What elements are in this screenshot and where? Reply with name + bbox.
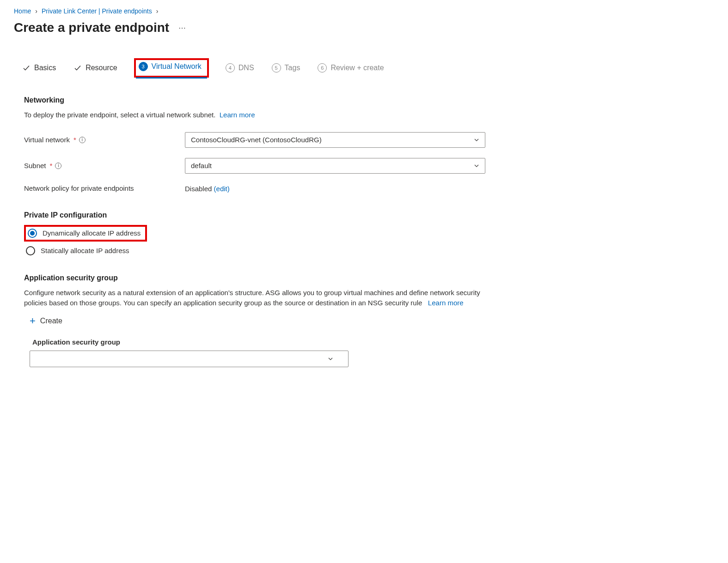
asg-sub-heading: Application security group	[32, 338, 504, 346]
chevron-down-icon	[473, 136, 480, 144]
tab-resource[interactable]: Resource	[73, 61, 118, 75]
networking-desc-text: To deploy the private endpoint, select a…	[24, 111, 215, 119]
tab-label: Review + create	[330, 64, 384, 72]
radio-icon	[28, 229, 37, 238]
policy-row: Network policy for private endpoints Dis…	[24, 184, 504, 193]
step-number-badge: 3	[139, 62, 148, 71]
subnet-label: Subnet * i	[24, 162, 181, 170]
asg-heading: Application security group	[24, 274, 504, 282]
asg-desc-text: Configure network security as a natural …	[24, 289, 480, 307]
step-number-badge: 4	[226, 63, 235, 73]
required-asterisk: *	[73, 136, 76, 144]
policy-value-text: Disabled	[185, 185, 212, 193]
info-icon[interactable]: i	[55, 163, 61, 169]
tab-tags[interactable]: 5 Tags	[271, 61, 301, 75]
vnet-label: Virtual network * i	[24, 136, 181, 144]
ipconfig-heading: Private IP configuration	[24, 211, 504, 219]
radio-label: Statically allocate IP address	[41, 247, 129, 254]
radio-label: Dynamically allocate IP address	[43, 229, 141, 237]
label-text: Network policy for private endpoints	[24, 184, 134, 192]
networking-learn-more-link[interactable]: Learn more	[220, 111, 255, 119]
page-title: Create a private endpoint	[14, 20, 169, 35]
label-text: Virtual network	[24, 136, 70, 144]
select-value: ContosoCloudRG-vnet (ContosoCloudRG)	[191, 136, 322, 144]
radio-icon	[26, 246, 35, 255]
breadcrumb-home[interactable]: Home	[14, 7, 31, 15]
more-actions-button[interactable]: ⋯	[178, 24, 187, 32]
asg-description: Configure network security as a natural …	[24, 288, 504, 308]
tab-label: Virtual Network	[152, 62, 202, 71]
tab-dns[interactable]: 4 DNS	[225, 61, 255, 75]
subnet-select[interactable]: default	[185, 158, 485, 174]
create-label: Create	[40, 317, 62, 325]
wizard-tabs: Basics Resource 3 Virtual Network 4 DNS …	[14, 58, 714, 78]
chevron-down-icon	[327, 355, 334, 363]
tab-label: Resource	[86, 64, 117, 72]
networking-description: To deploy the private endpoint, select a…	[24, 110, 504, 120]
breadcrumb: Home › Private Link Center | Private end…	[14, 7, 714, 15]
tab-label: Basics	[34, 64, 56, 72]
policy-edit-link[interactable]: (edit)	[214, 185, 230, 193]
networking-heading: Networking	[24, 96, 504, 104]
policy-label: Network policy for private endpoints	[24, 184, 181, 192]
step-number-badge: 5	[272, 63, 281, 73]
chevron-down-icon	[473, 162, 480, 170]
check-icon	[73, 64, 82, 72]
tab-label: Tags	[285, 64, 300, 72]
info-icon[interactable]: i	[79, 137, 86, 143]
plus-icon: +	[30, 316, 36, 326]
radio-static-ip[interactable]: Statically allocate IP address	[24, 246, 504, 255]
step-number-badge: 6	[318, 63, 327, 73]
tab-virtual-network[interactable]: 3 Virtual Network	[134, 58, 209, 78]
chevron-right-icon: ›	[35, 7, 37, 15]
page-header: Create a private endpoint ⋯	[14, 20, 714, 35]
chevron-right-icon: ›	[156, 7, 159, 15]
vnet-row: Virtual network * i ContosoCloudRG-vnet …	[24, 132, 504, 148]
select-value: default	[191, 162, 212, 170]
radio-dynamic-ip[interactable]: Dynamically allocate IP address	[24, 225, 147, 242]
tab-label: DNS	[239, 64, 254, 72]
tab-review-create[interactable]: 6 Review + create	[317, 61, 385, 75]
breadcrumb-private-link-center[interactable]: Private Link Center | Private endpoints	[42, 7, 152, 15]
policy-value: Disabled (edit)	[185, 184, 230, 193]
label-text: Subnet	[24, 162, 46, 170]
asg-learn-more-link[interactable]: Learn more	[428, 299, 464, 307]
subnet-row: Subnet * i default	[24, 158, 504, 174]
asg-select[interactable]	[30, 351, 349, 367]
vnet-select[interactable]: ContosoCloudRG-vnet (ContosoCloudRG)	[185, 132, 485, 148]
required-asterisk: *	[50, 162, 53, 170]
check-icon	[22, 64, 31, 72]
ipconfig-radio-group: Dynamically allocate IP address Statical…	[24, 225, 504, 255]
asg-create-button[interactable]: + Create	[30, 316, 504, 326]
tab-basics[interactable]: Basics	[21, 61, 57, 75]
